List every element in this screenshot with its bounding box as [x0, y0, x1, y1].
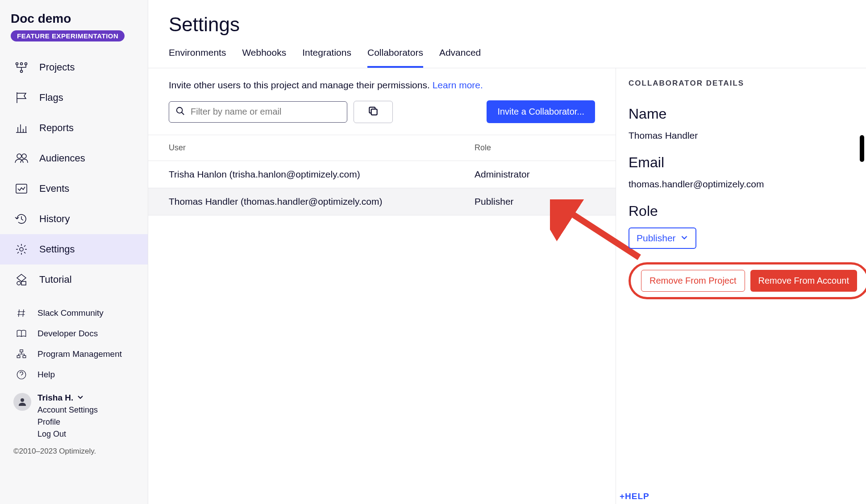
cell-user: Thomas Handler (thomas.handler@optimizel…: [169, 196, 475, 207]
help-icon: [13, 369, 29, 380]
sidebar-item-reports[interactable]: Reports: [0, 113, 148, 143]
avatar: [13, 393, 31, 411]
copy-icon: [367, 105, 379, 118]
audiences-icon: [13, 151, 29, 165]
table-row[interactable]: Thomas Handler (thomas.handler@optimizel…: [148, 188, 616, 215]
reports-icon: [13, 121, 29, 135]
sidebar-item-history[interactable]: History: [0, 204, 148, 234]
details-name-value: Thomas Handler: [629, 130, 854, 141]
user-name: Trisha H.: [37, 393, 73, 403]
sidebar-item-flags[interactable]: Flags: [0, 83, 148, 113]
chevron-down-icon: [680, 233, 688, 244]
settings-icon: [13, 242, 29, 256]
table-row[interactable]: Trisha Hanlon (trisha.hanlon@optimizely.…: [148, 161, 616, 188]
tab-environments[interactable]: Environments: [169, 47, 226, 68]
tutorial-icon: [13, 273, 29, 287]
settings-tabs: Environments Webhooks Integrations Colla…: [148, 47, 866, 68]
sidebar-item-tutorial[interactable]: Tutorial: [0, 264, 148, 295]
svg-point-8: [17, 281, 21, 285]
main: Settings Environments Webhooks Integrati…: [148, 0, 866, 504]
flag-icon: [13, 91, 29, 105]
search-icon: [175, 106, 185, 118]
book-icon: [13, 328, 29, 339]
link-label: Developer Docs: [37, 329, 98, 339]
column-header-role: Role: [475, 143, 595, 153]
collaborator-details-pane: COLLABORATOR DETAILS Name Thomas Handler…: [616, 68, 866, 504]
svg-point-0: [16, 63, 18, 65]
link-label: Program Management: [37, 349, 122, 359]
history-icon: [13, 212, 29, 226]
sidebar-item-label: Tutorial: [39, 274, 72, 285]
svg-rect-12: [23, 355, 26, 358]
sidebar-item-label: Flags: [39, 92, 63, 103]
sidebar-item-label: Audiences: [39, 153, 85, 164]
link-program-management[interactable]: Program Management: [0, 344, 148, 364]
cell-role: Administrator: [475, 169, 595, 180]
link-label: Slack Community: [37, 308, 104, 318]
sidebar-item-projects[interactable]: Projects: [0, 52, 148, 83]
details-name-label: Name: [629, 106, 854, 122]
tab-integrations[interactable]: Integrations: [302, 47, 351, 68]
svg-point-2: [25, 63, 27, 65]
svg-point-14: [177, 107, 183, 113]
learn-more-link[interactable]: Learn more.: [433, 80, 483, 90]
link-developer-docs[interactable]: Developer Docs: [0, 323, 148, 344]
details-role-label: Role: [629, 203, 854, 219]
copy-button[interactable]: [354, 101, 393, 123]
remove-from-project-button[interactable]: Remove From Project: [641, 270, 745, 292]
product-badge: FEATURE EXPERIMENTATION: [11, 30, 125, 41]
link-help[interactable]: Help: [0, 364, 148, 385]
events-icon: [13, 182, 29, 196]
details-heading: COLLABORATOR DETAILS: [629, 79, 854, 88]
filter-search[interactable]: [169, 101, 347, 123]
user-block: Trisha H. Account Settings Profile Log O…: [0, 385, 148, 439]
primary-nav: Projects Flags Reports Audiences: [0, 52, 148, 295]
user-link-profile[interactable]: Profile: [37, 417, 98, 427]
page-title: Settings: [148, 0, 866, 47]
details-email-value: thomas.handler@optimizely.com: [629, 179, 854, 190]
role-select-value: Publisher: [637, 233, 676, 244]
filter-input[interactable]: [191, 107, 341, 117]
cell-user: Trisha Hanlon (trisha.hanlon@optimizely.…: [169, 169, 475, 180]
sidebar-item-label: Settings: [39, 244, 75, 255]
sidebar-item-settings[interactable]: Settings: [0, 234, 148, 264]
user-link-account-settings[interactable]: Account Settings: [37, 405, 98, 415]
tab-collaborators[interactable]: Collaborators: [367, 47, 423, 68]
collaborators-toolbar: Invite a Collaborator...: [169, 100, 595, 123]
svg-rect-15: [371, 109, 377, 115]
sidebar-secondary-links: Slack Community Developer Docs Program M…: [0, 303, 148, 385]
table-header: User Role: [148, 135, 616, 161]
svg-point-1: [21, 63, 23, 65]
svg-point-3: [21, 70, 23, 73]
user-link-logout[interactable]: Log Out: [37, 430, 98, 439]
svg-point-5: [22, 154, 26, 158]
user-menu-toggle[interactable]: Trisha H.: [37, 393, 98, 403]
details-email-label: Email: [629, 154, 854, 171]
project-title: Doc demo: [0, 12, 148, 30]
help-link[interactable]: +HELP: [620, 492, 650, 501]
svg-rect-9: [21, 281, 26, 285]
invite-collaborator-button[interactable]: Invite a Collaborator...: [487, 100, 595, 123]
svg-rect-11: [17, 355, 20, 358]
svg-point-4: [17, 154, 21, 158]
org-icon: [13, 348, 29, 360]
sidebar-item-audiences[interactable]: Audiences: [0, 143, 148, 174]
link-slack-community[interactable]: Slack Community: [0, 303, 148, 323]
column-header-user: User: [169, 143, 475, 153]
sidebar-item-label: Projects: [39, 62, 75, 73]
tab-advanced[interactable]: Advanced: [439, 47, 481, 68]
copyright: ©2010–2023 Optimizely.: [0, 439, 148, 464]
tab-webhooks[interactable]: Webhooks: [242, 47, 286, 68]
remove-from-account-button[interactable]: Remove From Account: [750, 270, 857, 292]
sidebar-item-label: Events: [39, 183, 69, 194]
intro-text: Invite other users to this project and m…: [169, 80, 595, 91]
sidebar-item-events[interactable]: Events: [0, 174, 148, 204]
collaborators-table: User Role Trisha Hanlon (trisha.hanlon@o…: [148, 135, 616, 215]
sidebar: Doc demo FEATURE EXPERIMENTATION Project…: [0, 0, 148, 504]
sidebar-item-label: History: [39, 213, 70, 225]
role-select[interactable]: Publisher: [629, 227, 696, 249]
chevron-down-icon: [77, 393, 84, 403]
scrollbar-thumb[interactable]: [860, 135, 864, 162]
sidebar-item-label: Reports: [39, 122, 74, 134]
link-label: Help: [37, 370, 55, 380]
